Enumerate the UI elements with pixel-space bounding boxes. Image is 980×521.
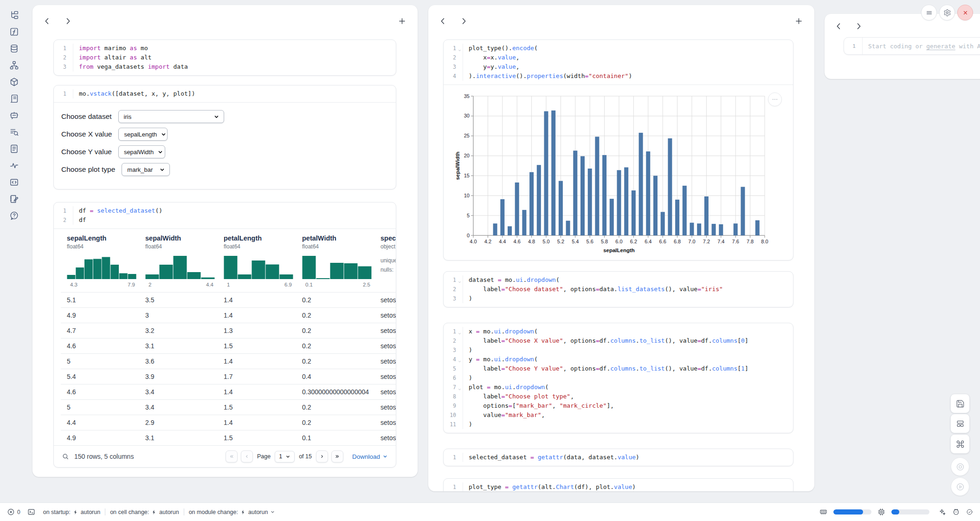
function-square-icon[interactable] <box>9 27 19 37</box>
first-page-button[interactable] <box>226 450 238 462</box>
settings-button[interactable] <box>939 5 955 20</box>
column-header-petalLength[interactable]: petalLengthfloat6416.9 <box>218 234 296 287</box>
table-cell: 3.1 <box>139 430 218 445</box>
choose-x-value-select[interactable]: sepalLength <box>118 128 168 141</box>
bar-chart[interactable]: 051015202530354.04.24.44.64.85.05.25.45.… <box>454 92 772 257</box>
code-line[interactable]: 3) <box>444 345 793 355</box>
package-icon[interactable] <box>9 77 19 87</box>
code-snippets-icon[interactable] <box>9 177 19 187</box>
stop-button[interactable] <box>951 457 969 476</box>
code-line[interactable]: 3 y=y.value, <box>444 62 793 72</box>
add-cell-button[interactable] <box>398 17 406 26</box>
fold-toggle-icon[interactable] <box>458 278 462 282</box>
runtime-config-on-cell-change[interactable]: on cell change:autorun <box>110 509 179 515</box>
empty-code-cell[interactable]: 1 Start coding or generate with AI <box>844 37 980 55</box>
code-line[interactable]: 1mo.vstack([dataset, x, y, plot]) <box>54 89 396 98</box>
page-select[interactable]: 1 <box>275 451 295 462</box>
code-line[interactable]: 3from vega_datasets import data <box>54 62 396 72</box>
code-line[interactable]: 11) <box>444 420 793 429</box>
code-line[interactable]: 1selected_dataset = getattr(data, datase… <box>444 453 793 462</box>
history-forward-button[interactable] <box>64 17 72 26</box>
code-line[interactable]: 5 label="Choose Y value", options=df.col… <box>444 364 793 373</box>
layout-toggle-button[interactable] <box>950 414 970 433</box>
column-header-sepalWidth[interactable]: sepalWidthfloat6424.4 <box>139 234 218 287</box>
column-header-petalWidth[interactable]: petalWidthfloat640.12.5 <box>296 234 374 287</box>
run-all-button[interactable] <box>951 477 969 496</box>
code-editor-imports[interactable]: 1import marimo as mo2import altair as al… <box>54 40 396 75</box>
notebook-edit-icon[interactable] <box>9 194 19 204</box>
code-line[interactable]: 8 label="Choose plot type", <box>444 392 793 401</box>
next-page-button[interactable] <box>316 450 328 462</box>
code-editor-chart[interactable]: 1plot_type().encode(2 x=x.value,3 y=y.va… <box>444 40 793 85</box>
code-line[interactable]: 9 options=["mark_bar", "mark_circle"], <box>444 401 793 410</box>
keyboard-shortcuts-button[interactable] <box>950 434 970 454</box>
code-line[interactable]: 10 value="mark_bar", <box>444 410 793 420</box>
database-icon[interactable] <box>9 44 19 53</box>
history-back-button[interactable] <box>834 22 843 31</box>
help-icon[interactable] <box>9 211 19 221</box>
terminal-icon[interactable] <box>27 508 35 516</box>
code-line[interactable]: 1plot_type = getattr(alt.Chart(df), plot… <box>444 482 793 491</box>
prev-page-button[interactable] <box>241 450 253 462</box>
code-line[interactable]: 1df = selected_dataset() <box>54 206 396 215</box>
table-cell: 0.2 <box>296 323 374 338</box>
choose-dataset-select[interactable]: iris <box>118 110 224 123</box>
ai-sparkles-icon[interactable] <box>938 508 946 516</box>
code-editor-df[interactable]: 1df = selected_dataset()2df <box>54 202 396 228</box>
last-page-button[interactable] <box>331 450 343 462</box>
code-line[interactable]: 3) <box>444 294 793 303</box>
history-back-button[interactable] <box>438 17 447 26</box>
code-line[interactable]: 4).interactive().properties(width="conta… <box>444 72 793 81</box>
runtime-config-on-startup[interactable]: on startup:autorun <box>43 509 100 515</box>
runtime-config-on-module-change[interactable]: on module change:autorun <box>189 509 276 515</box>
column-header-sepalLength[interactable]: sepalLengthfloat644.37.9 <box>61 234 139 287</box>
add-cell-button[interactable] <box>794 17 803 26</box>
chart-options-button[interactable] <box>768 92 782 106</box>
code-editor-controls[interactable]: 1x = mo.ui.dropdown(2 label="Choose X va… <box>444 323 793 433</box>
code-line[interactable]: 1x = mo.ui.dropdown( <box>444 327 793 336</box>
history-forward-button[interactable] <box>854 22 863 31</box>
code-line[interactable]: 2 label="Choose dataset", options=data.l… <box>444 285 793 294</box>
code-editor-selected-dataset[interactable]: 1selected_dataset = getattr(data, datase… <box>444 449 793 466</box>
code-line[interactable]: 2df <box>54 215 396 225</box>
connection-status-icon[interactable] <box>966 508 973 515</box>
fold-toggle-icon[interactable] <box>458 357 462 361</box>
code-line[interactable]: 1import marimo as mo <box>54 44 396 53</box>
generate-with-ai-link[interactable]: generate <box>926 43 955 50</box>
choose-plot-type-select[interactable]: mark_bar <box>122 163 170 176</box>
history-back-button[interactable] <box>43 17 52 26</box>
column-range: 24.4 <box>145 282 215 287</box>
save-button[interactable] <box>950 394 970 413</box>
code-line[interactable]: 2import altair as alt <box>54 53 396 62</box>
fold-toggle-icon[interactable] <box>458 329 462 333</box>
code-editor-vstack[interactable]: 1mo.vstack([dataset, x, y, plot]) <box>54 85 396 102</box>
code-line[interactable]: 4y = mo.ui.dropdown( <box>444 355 793 364</box>
chat-bot-icon[interactable] <box>9 111 19 120</box>
code-line[interactable]: 1plot_type().encode( <box>444 44 793 53</box>
code-editor-dataset[interactable]: 1dataset = mo.ui.dropdown(2 label="Choos… <box>444 272 793 307</box>
scratchpad-search-icon[interactable] <box>9 127 19 137</box>
code-editor-plot-type[interactable]: 1plot_type = getattr(alt.Chart(df), plot… <box>444 479 793 491</box>
history-forward-button[interactable] <box>459 17 468 26</box>
fold-toggle-icon[interactable] <box>458 385 462 389</box>
logs-icon[interactable] <box>9 94 19 104</box>
download-button[interactable]: Download <box>352 453 388 460</box>
code-line[interactable]: 2 x=x.value, <box>444 53 793 62</box>
dependency-graph-icon[interactable] <box>9 60 19 70</box>
github-icon[interactable] <box>952 508 960 516</box>
code-line[interactable]: 2 label="Choose X value", options=df.col… <box>444 336 793 345</box>
document-icon[interactable] <box>9 144 19 154</box>
errors-icon[interactable] <box>7 508 15 516</box>
code-line[interactable]: 6) <box>444 373 793 383</box>
choose-y-value-select[interactable]: sepalWidth <box>118 145 165 158</box>
file-tree-icon[interactable] <box>9 10 19 20</box>
shutdown-button[interactable] <box>957 5 973 20</box>
code-line[interactable]: 1dataset = mo.ui.dropdown( <box>444 275 793 285</box>
menu-button[interactable] <box>921 5 937 20</box>
code-line[interactable]: 7plot = mo.ui.dropdown( <box>444 383 793 392</box>
table-search-icon[interactable] <box>62 453 69 460</box>
tracing-icon[interactable] <box>9 161 19 170</box>
column-header-species[interactable]: speciesobjectunique:nulls: <box>374 234 396 287</box>
fold-toggle-icon[interactable] <box>458 46 462 50</box>
table-cell: 3.6 <box>139 354 218 369</box>
